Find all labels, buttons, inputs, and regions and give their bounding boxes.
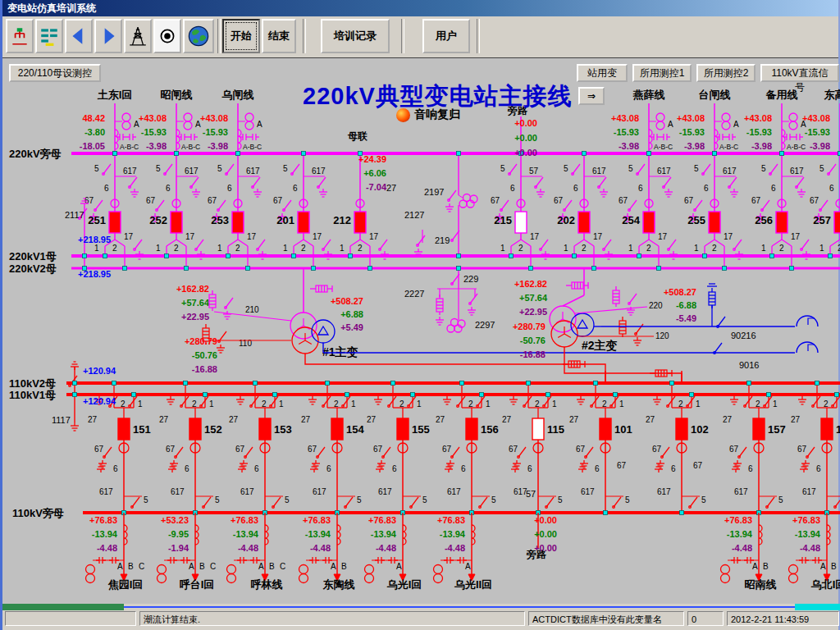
wire	[690, 497, 697, 507]
breaker-102[interactable]	[676, 418, 687, 440]
sound-reset[interactable]: 音响复归	[396, 107, 460, 122]
shape	[459, 200, 467, 208]
wire	[299, 340, 305, 345]
shape	[656, 113, 664, 121]
diagram-label: 5	[283, 164, 288, 173]
bus-node	[690, 393, 694, 397]
diagram-label: 67	[94, 445, 104, 454]
breaker-151[interactable]	[118, 418, 130, 440]
tap-label: 210	[245, 305, 259, 314]
breaker-101[interactable]	[600, 418, 611, 440]
feeder-name: 呼林线	[251, 578, 283, 591]
diagram-label: 617	[447, 487, 461, 496]
station-transformer-button[interactable]: 站用变	[577, 64, 628, 82]
float-label: 2127	[404, 210, 424, 220]
breaker-label: 157	[768, 423, 786, 436]
measurement-value: -3.98	[810, 141, 830, 151]
shape	[789, 121, 797, 130]
breaker-115[interactable]	[532, 418, 544, 440]
wire	[536, 177, 543, 187]
breaker-257[interactable]	[834, 212, 840, 233]
diagram-label: 17	[593, 232, 603, 241]
diagram-label: 2	[756, 399, 760, 409]
metering-2-button[interactable]: 所用测控2	[696, 64, 756, 82]
breaker-253[interactable]	[232, 212, 244, 233]
phase-label: A	[258, 562, 264, 571]
diagram-label: 27	[229, 415, 239, 424]
wire	[801, 240, 809, 249]
bus-node	[747, 381, 751, 386]
breaker-201[interactable]	[298, 212, 309, 233]
tap-label: 120	[655, 331, 669, 340]
dc-signal-button[interactable]: 110kV直流信号	[760, 64, 839, 82]
bus-node	[767, 393, 771, 397]
float-label: 9016	[739, 360, 759, 370]
breaker-153[interactable]	[259, 418, 271, 440]
next-arrow-button[interactable]: ⇒	[578, 87, 605, 105]
status-message-2: ACTDICT数据库中没有此变量名	[528, 611, 684, 626]
breaker-label: 152	[204, 423, 222, 436]
float-label: 2297	[475, 320, 495, 330]
float-label: +120.94	[83, 396, 116, 406]
diagram-label: 2	[678, 399, 683, 409]
diagram-label: 1	[94, 244, 99, 253]
shape	[122, 121, 130, 130]
wire	[734, 240, 742, 249]
status-panel-empty	[5, 611, 136, 626]
diagram-label: 2	[301, 244, 306, 253]
breaker-154[interactable]	[331, 418, 343, 440]
bus-node	[657, 267, 661, 271]
feeder-name: 昭南线	[745, 578, 777, 591]
breaker-256[interactable]	[776, 212, 788, 233]
wire	[418, 235, 425, 245]
wire	[518, 447, 526, 457]
shape	[184, 121, 192, 130]
metering-1-button[interactable]: 所用测控1	[632, 64, 692, 82]
diagram-label: 5	[625, 495, 630, 504]
breaker-212[interactable]	[354, 212, 366, 233]
measurement-value: +43.08	[802, 113, 830, 123]
breaker-254[interactable]	[643, 212, 655, 233]
breaker-152[interactable]	[189, 418, 201, 440]
diagram-label: 2	[518, 244, 523, 253]
breaker-155[interactable]	[397, 418, 409, 440]
breaker-255[interactable]	[709, 212, 720, 233]
shape	[722, 113, 730, 121]
diagram-label: 67	[509, 445, 518, 454]
diagram-label: 6	[392, 464, 397, 473]
phase-label: B	[128, 562, 134, 571]
breaker-202[interactable]	[578, 212, 590, 233]
bus-node	[529, 267, 533, 271]
breaker-label: 102	[691, 423, 709, 436]
diagram-label: 17	[724, 232, 733, 241]
wire	[103, 164, 111, 174]
breaker-158[interactable]	[821, 418, 833, 440]
breaker-156[interactable]	[466, 418, 477, 440]
wire	[604, 240, 611, 249]
diagram-label: 6	[829, 184, 834, 193]
breaker-label: 158	[836, 423, 840, 436]
breaker-252[interactable]	[171, 212, 182, 233]
breaker-215[interactable]	[515, 212, 527, 233]
diagram-label: 5	[694, 164, 699, 173]
phase-label: C	[210, 562, 216, 571]
float-label: 27	[386, 183, 396, 193]
bus-metering-button[interactable]: 220/110母设测控	[9, 64, 101, 82]
breaker-157[interactable]	[753, 418, 765, 440]
float-label: +218.95	[78, 235, 111, 244]
measurement-value: -13.94	[440, 529, 466, 539]
diagram-label: 2	[334, 399, 339, 409]
measurement-value: +22.95	[181, 312, 209, 322]
diagram-label: 617	[657, 167, 671, 176]
wire	[558, 334, 564, 338]
phase-label: A	[465, 562, 471, 571]
measurement-value: -4.48	[310, 543, 331, 553]
breaker-251[interactable]	[109, 212, 121, 233]
progress-line	[2, 606, 838, 608]
measurement-value: +76.83	[368, 515, 396, 525]
measurement-value: -4.48	[732, 543, 752, 553]
feeder-name: 乌北I回	[810, 578, 840, 591]
wire	[218, 200, 226, 210]
diagram-label: 6	[748, 464, 753, 473]
diagram-label: 5	[217, 164, 222, 173]
